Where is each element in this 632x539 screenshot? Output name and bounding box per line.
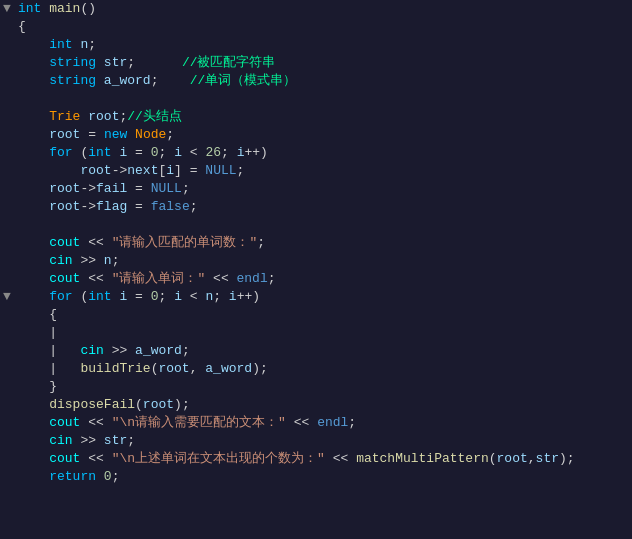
code-text: { (14, 18, 632, 36)
code-text: } (14, 378, 632, 396)
code-text: cout << "\n请输入需要匹配的文本：" << endl; (14, 414, 632, 432)
fold-arrow[interactable]: ▼ (0, 288, 14, 306)
code-line: int n; (0, 36, 632, 54)
code-line (0, 216, 632, 234)
code-text: for (int i = 0; i < 26; i++) (14, 144, 632, 162)
code-line: cout << "\n上述单词在文本出现的个数为：" << matchMulti… (0, 450, 632, 468)
code-line: | buildTrie(root, a_word); (0, 360, 632, 378)
code-text: Trie root;//头结点 (14, 108, 632, 126)
code-editor: ▼ int main() { int n; string str; //被匹配字… (0, 0, 632, 539)
code-line: root->next[i] = NULL; (0, 162, 632, 180)
code-text: root->next[i] = NULL; (14, 162, 632, 180)
code-line (0, 90, 632, 108)
code-text: | (14, 324, 632, 342)
code-line: cout << "\n请输入需要匹配的文本：" << endl; (0, 414, 632, 432)
code-line: return 0; (0, 468, 632, 486)
code-line: string a_word; //单词（模式串） (0, 72, 632, 90)
code-text: return 0; (14, 468, 632, 486)
code-text: cin >> n; (14, 252, 632, 270)
code-text: cout << "\n上述单词在文本出现的个数为：" << matchMulti… (14, 450, 632, 468)
code-line: Trie root;//头结点 (0, 108, 632, 126)
code-line: root->fail = NULL; (0, 180, 632, 198)
code-text: string a_word; //单词（模式串） (14, 72, 632, 90)
code-line: ▼ for (int i = 0; i < n; i++) (0, 288, 632, 306)
fold-arrow[interactable]: ▼ (0, 0, 14, 18)
code-text: for (int i = 0; i < n; i++) (14, 288, 632, 306)
code-line: root->flag = false; (0, 198, 632, 216)
code-text: { (14, 306, 632, 324)
code-text: disposeFail(root); (14, 396, 632, 414)
code-text: root->flag = false; (14, 198, 632, 216)
code-text: cout << "请输入匹配的单词数："; (14, 234, 632, 252)
code-line: for (int i = 0; i < 26; i++) (0, 144, 632, 162)
code-line: disposeFail(root); (0, 396, 632, 414)
code-text: root = new Node; (14, 126, 632, 144)
code-line: root = new Node; (0, 126, 632, 144)
code-line: } (0, 378, 632, 396)
code-text (14, 216, 632, 234)
code-text (14, 90, 632, 108)
code-line: cin >> n; (0, 252, 632, 270)
code-line: cout << "请输入匹配的单词数："; (0, 234, 632, 252)
code-text: int n; (14, 36, 632, 54)
code-text: | cin >> a_word; (14, 342, 632, 360)
code-line: { (0, 306, 632, 324)
code-line: cin >> str; (0, 432, 632, 450)
code-line: | (0, 324, 632, 342)
code-text: | buildTrie(root, a_word); (14, 360, 632, 378)
code-line: cout << "请输入单词：" << endl; (0, 270, 632, 288)
code-line: { (0, 18, 632, 36)
code-line: | cin >> a_word; (0, 342, 632, 360)
code-text: root->fail = NULL; (14, 180, 632, 198)
code-line: string str; //被匹配字符串 (0, 54, 632, 72)
code-text: cin >> str; (14, 432, 632, 450)
code-text: cout << "请输入单词：" << endl; (14, 270, 632, 288)
code-text: int main() (14, 0, 632, 18)
code-text: string str; //被匹配字符串 (14, 54, 632, 72)
code-line: ▼ int main() (0, 0, 632, 18)
